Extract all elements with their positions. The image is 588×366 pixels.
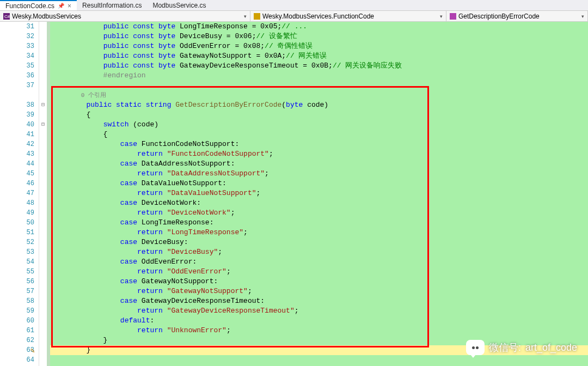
svg-rect-3 — [450, 13, 456, 20]
code-line[interactable]: return "UnknownError"; — [50, 326, 588, 335]
fold-toggle — [39, 286, 47, 296]
line-number: 40 — [0, 120, 34, 130]
close-icon[interactable]: × — [68, 2, 71, 10]
code-line[interactable]: #endregion — [50, 71, 588, 81]
nav-namespace-dropdown[interactable]: Wesky.ModbusServices.FunctionCode ▾ — [250, 11, 446, 21]
line-number: 46 — [0, 179, 34, 188]
code-line[interactable]: case OddEvenError: — [50, 257, 588, 267]
code-line[interactable]: return "FunctionCodeNotSupport"; — [50, 149, 588, 159]
watermark-prefix: 微信号: — [489, 341, 521, 354]
tab-label: FunctionCode.cs — [5, 2, 54, 10]
watermark: 微信号: art_of_code — [466, 340, 577, 355]
line-number: 62 — [0, 335, 34, 345]
chevron-down-icon: ▾ — [244, 14, 247, 19]
code-line[interactable]: return "GatewayDeviceResponseTimeout"; — [50, 306, 588, 316]
code-line[interactable]: case DeviceNotWork: — [50, 198, 588, 208]
tab-label: ModbusService.cs — [152, 2, 206, 9]
nav-member-dropdown[interactable]: GetDescriptionByErrorCode ▾ — [446, 11, 588, 21]
line-number: 63 — [0, 345, 34, 355]
wechat-icon — [466, 340, 485, 355]
nav-project-dropdown[interactable]: C# Wesky.ModbusServices ▾ — [0, 11, 250, 21]
line-number: 55 — [0, 267, 34, 277]
chevron-down-icon: ▾ — [440, 14, 443, 19]
code-line[interactable]: case DataAddressNotSupport: — [50, 159, 588, 169]
line-number: 32 — [0, 32, 34, 41]
fold-toggle — [39, 22, 47, 32]
watermark-value: art_of_code — [525, 342, 577, 353]
line-number: 60 — [0, 316, 34, 326]
fold-toggle — [39, 149, 47, 159]
nav-namespace-label: Wesky.ModbusServices.FunctionCode — [262, 13, 374, 20]
code-line[interactable]: public const byte OddEvenError = 0x08;//… — [50, 41, 588, 51]
code-line[interactable]: public const byte DeviceBusy = 0x06;// 设… — [50, 32, 588, 41]
line-number: 54 — [0, 257, 34, 267]
fold-toggle — [39, 326, 47, 335]
line-number-gutter: 3132333435363738394041424344454647484950… — [0, 22, 39, 366]
code-editor[interactable]: 3132333435363738394041424344454647484950… — [0, 22, 588, 366]
code-line[interactable]: { — [50, 110, 588, 120]
nav-member-label: GetDescriptionByErrorCode — [458, 13, 540, 20]
line-number: 36 — [0, 71, 34, 81]
line-number: 51 — [0, 228, 34, 237]
fold-toggle — [39, 81, 47, 90]
code-line[interactable] — [50, 355, 588, 365]
code-line[interactable]: { — [50, 130, 588, 139]
fold-toggle — [39, 41, 47, 51]
fold-toggle — [39, 159, 47, 169]
tab-modbusservice[interactable]: ModbusService.cs — [147, 0, 211, 10]
tab-resultinformation[interactable]: ResultInformation.cs — [77, 0, 147, 10]
line-number: 44 — [0, 159, 34, 169]
code-line[interactable]: public static string GetDescriptionByErr… — [50, 100, 588, 110]
code-line[interactable]: case DataValueNotSupport: — [50, 179, 588, 188]
line-number: 49 — [0, 208, 34, 218]
code-line[interactable]: return "GatewayNotSupport"; — [50, 286, 588, 296]
code-line[interactable]: switch (code) — [50, 120, 588, 130]
code-line[interactable]: public const byte GatewayNotSupport = 0x… — [50, 51, 588, 61]
line-number: 53 — [0, 247, 34, 257]
fold-toggle — [39, 296, 47, 306]
fold-toggle — [39, 139, 47, 149]
code-line[interactable]: return "DataAddressNotSupport"; — [50, 169, 588, 179]
code-line[interactable]: return "DataValueNotSupport"; — [50, 188, 588, 198]
code-line[interactable]: return "DeviceNotWork"; — [50, 208, 588, 218]
code-line[interactable]: public const byte GatewayDeviceResponseT… — [50, 61, 588, 71]
svg-rect-2 — [254, 13, 260, 20]
line-number: 48 — [0, 198, 34, 208]
fold-toggle — [39, 71, 47, 81]
nav-project-label: Wesky.ModbusServices — [12, 13, 81, 20]
line-number: 39 — [0, 110, 34, 120]
line-number: 56 — [0, 277, 34, 286]
code-line[interactable]: 0 个引用 — [50, 90, 588, 100]
code-surface[interactable]: public const byte LongTimeResponse = 0x0… — [50, 22, 588, 366]
chevron-down-icon: ▾ — [581, 14, 584, 19]
code-line[interactable]: case FunctionCodeNotSupport: — [50, 139, 588, 149]
code-line[interactable] — [50, 81, 588, 90]
fold-toggle — [39, 90, 47, 100]
code-line[interactable]: case LongTimeResponse: — [50, 218, 588, 228]
fold-toggle[interactable]: ⊟ — [39, 100, 47, 110]
line-number: 43 — [0, 149, 34, 159]
code-line[interactable]: case GatewayNotSupport: — [50, 277, 588, 286]
fold-toggle — [39, 110, 47, 120]
fold-toggle — [39, 169, 47, 179]
code-line[interactable]: case DeviceBusy: — [50, 237, 588, 247]
code-line[interactable]: return "OddEvenError"; — [50, 267, 588, 277]
code-line[interactable]: return "LongTimeResponse"; — [50, 228, 588, 237]
fold-toggle — [39, 237, 47, 247]
line-number — [0, 90, 34, 100]
code-line[interactable]: case GatewayDeviceResponseTimeout: — [50, 296, 588, 306]
code-line[interactable]: default: — [50, 316, 588, 326]
code-line[interactable]: public const byte LongTimeResponse = 0x0… — [50, 22, 588, 32]
pin-icon[interactable]: 📌 — [58, 3, 64, 9]
fold-toggle — [39, 345, 47, 355]
fold-toggle — [39, 61, 47, 71]
code-line[interactable]: return "DeviceBusy"; — [50, 247, 588, 257]
tab-label: ResultInformation.cs — [82, 2, 142, 9]
line-number: 31 — [0, 22, 34, 32]
fold-toggle — [39, 208, 47, 218]
outline-margin[interactable]: ⊟⊟ — [39, 22, 47, 366]
line-number: 58 — [0, 296, 34, 306]
tab-functioncode[interactable]: FunctionCode.cs 📌 × — [0, 0, 77, 10]
fold-toggle[interactable]: ⊟ — [39, 120, 47, 130]
line-number: 64 — [0, 355, 34, 365]
